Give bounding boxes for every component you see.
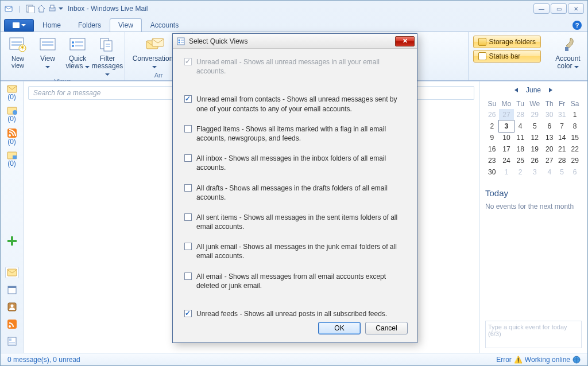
checkbox[interactable] — [184, 125, 192, 133]
account-color-button[interactable]: Accountcolor — [552, 34, 584, 71]
new-mail-icon[interactable] — [26, 4, 35, 13]
tab-folders[interactable]: Folders — [69, 18, 110, 32]
close-button[interactable]: ✕ — [568, 3, 584, 14]
checkbox[interactable] — [184, 213, 192, 221]
calendar-day[interactable]: 3 — [527, 166, 543, 178]
calendar-day[interactable]: 13 — [543, 132, 556, 143]
tab-view[interactable]: View — [110, 18, 142, 32]
calendar-day[interactable]: 3 — [499, 120, 514, 132]
storage-folders-toggle[interactable]: Storage folders — [473, 36, 541, 48]
folder-icon — [478, 38, 486, 46]
maximize-button[interactable]: ▭ — [551, 3, 567, 14]
calendar-day[interactable]: 27 — [543, 155, 556, 166]
new-view-button[interactable]: ✶ Newview — [4, 34, 32, 70]
calendar-day[interactable]: 10 — [499, 132, 514, 143]
view-button[interactable]: View — [34, 34, 61, 71]
add-account-button[interactable] — [5, 236, 19, 246]
mini-calendar[interactable]: SuMoTuWeThFrSa26272829303112345678910111… — [485, 99, 582, 178]
calendar-day[interactable]: 11 — [514, 132, 527, 143]
calendar-day[interactable]: 24 — [499, 155, 514, 166]
calendar-day[interactable]: 4 — [514, 120, 527, 132]
calendar-day[interactable]: 28 — [556, 155, 568, 166]
quick-event-input[interactable]: Type a quick event for today (6/3) — [485, 321, 582, 348]
calendar-day[interactable]: 27 — [499, 109, 514, 120]
help-icon[interactable]: ? — [572, 21, 582, 30]
nav-feeds-icon[interactable] — [5, 318, 19, 330]
quickview-unread-contacts[interactable]: (0) — [5, 107, 19, 123]
calendar-day[interactable]: 14 — [556, 132, 568, 143]
quickview-feeds[interactable]: (0) — [5, 129, 19, 146]
count-label: (0) — [7, 93, 16, 101]
calendar-day[interactable]: 30 — [485, 166, 499, 178]
calendar-day[interactable]: 12 — [527, 132, 543, 143]
calendar-day[interactable]: 6 — [568, 166, 582, 178]
calendar-day[interactable]: 1 — [568, 109, 582, 120]
calendar-day[interactable]: 18 — [514, 143, 527, 155]
quickview-option[interactable]: All drafts - Shows all messages in the d… — [184, 181, 408, 210]
quickview-news[interactable]: (0) — [5, 151, 19, 168]
calendar-day[interactable]: 9 — [485, 132, 499, 143]
quickview-unread-mail[interactable]: (0) — [5, 85, 19, 101]
print-icon[interactable] — [48, 4, 57, 13]
cancel-button[interactable]: Cancel — [365, 322, 408, 334]
next-month-button[interactable] — [549, 88, 552, 92]
calendar-day[interactable]: 15 — [568, 132, 582, 143]
nav-calendar-icon[interactable] — [5, 284, 19, 295]
calendar-day[interactable]: 21 — [556, 143, 568, 155]
nav-newsgroups-icon[interactable] — [5, 336, 19, 347]
minimize-button[interactable]: — — [533, 3, 550, 14]
filter-messages-button[interactable]: Filtermessages — [94, 34, 121, 78]
calendar-day[interactable]: 29 — [568, 155, 582, 166]
calendar-day[interactable]: 31 — [556, 109, 568, 120]
calendar-day[interactable]: 30 — [543, 109, 556, 120]
quickview-option[interactable]: Unread feeds - Shows all unread posts in… — [184, 306, 408, 317]
quickview-option[interactable]: All inbox - Shows all messages in the in… — [184, 151, 408, 180]
quickview-option[interactable]: All email - Shows all messages from all … — [184, 269, 408, 298]
calendar-day[interactable]: 1 — [499, 166, 514, 178]
status-working[interactable]: Working online — [525, 356, 570, 364]
calendar-day[interactable]: 17 — [499, 143, 514, 155]
calendar-day[interactable]: 5 — [556, 166, 568, 178]
checkbox[interactable] — [184, 243, 192, 250]
status-bar-toggle[interactable]: Status bar — [473, 50, 541, 63]
calendar-day[interactable]: 8 — [568, 120, 582, 132]
ok-button[interactable]: OK — [318, 322, 361, 334]
home-icon[interactable] — [37, 4, 46, 13]
quick-views-button[interactable]: Quickviews — [64, 34, 91, 71]
calendar-day[interactable]: 29 — [527, 109, 543, 120]
quickview-option[interactable]: All sent items - Shows all messages in t… — [184, 210, 408, 239]
calendar-day[interactable]: 16 — [485, 143, 499, 155]
calendar-day[interactable]: 22 — [568, 143, 582, 155]
calendar-day[interactable]: 6 — [543, 120, 556, 132]
calendar-day[interactable]: 20 — [543, 143, 556, 155]
quickview-option[interactable]: Flagged items - Shows all items marked w… — [184, 122, 408, 151]
calendar-day[interactable]: 26 — [527, 155, 543, 166]
nav-contacts-icon[interactable] — [5, 301, 19, 313]
status-error[interactable]: Error — [496, 356, 512, 364]
checkbox[interactable] — [184, 95, 192, 103]
tab-home[interactable]: Home — [34, 18, 69, 32]
quickview-option[interactable]: All junk email - Shows all messages in t… — [184, 239, 408, 268]
calendar-day[interactable]: 2 — [485, 120, 499, 132]
calendar-day[interactable]: 19 — [527, 143, 543, 155]
qat-dropdown-icon[interactable] — [59, 7, 63, 10]
calendar-day[interactable]: 7 — [556, 120, 568, 132]
calendar-day[interactable]: 23 — [485, 155, 499, 166]
quickview-option[interactable]: Unread email from contacts - Shows all u… — [184, 92, 408, 121]
checkbox[interactable] — [184, 272, 192, 280]
calendar-day[interactable]: 25 — [514, 155, 527, 166]
nav-mail-icon[interactable] — [5, 267, 19, 278]
prev-month-button[interactable] — [514, 88, 518, 92]
dialog-close-button[interactable]: ✕ — [395, 36, 415, 46]
file-menu-button[interactable] — [4, 19, 34, 32]
svg-rect-6 — [11, 41, 22, 43]
calendar-day[interactable]: 2 — [514, 166, 527, 178]
calendar-day[interactable]: 28 — [514, 109, 527, 120]
calendar-day[interactable]: 26 — [485, 109, 499, 120]
tab-accounts[interactable]: Accounts — [142, 18, 187, 32]
calendar-day[interactable]: 5 — [527, 120, 543, 132]
checkbox[interactable] — [184, 310, 192, 317]
checkbox[interactable] — [184, 154, 192, 162]
calendar-day[interactable]: 4 — [543, 166, 556, 178]
checkbox[interactable] — [184, 184, 192, 192]
